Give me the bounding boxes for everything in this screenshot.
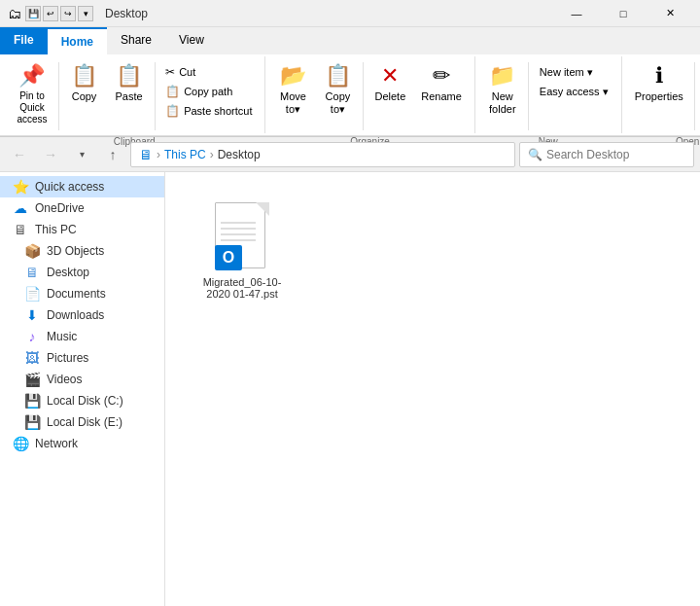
ribbon-group-open: ℹ Properties Open ▾ Edit History Open: [622, 56, 700, 133]
sidebar-label-this-pc: This PC: [35, 223, 77, 236]
paste-shortcut-icon: 📋: [165, 104, 180, 118]
new-small-group: New item ▾ Easy access ▾: [533, 58, 615, 101]
copy-to-label: Copyto▾: [326, 90, 351, 116]
sidebar-label-local-c: Local Disk (C:): [47, 394, 123, 408]
clipboard-items: 📌 Pin to Quickaccess 📋 Copy 📋 Paste: [10, 58, 259, 134]
sidebar-item-pictures[interactable]: 🖼 Pictures: [0, 347, 164, 369]
easy-access-button[interactable]: Easy access ▾: [533, 82, 615, 101]
copy-path-button[interactable]: 📋 Copy path: [158, 82, 259, 101]
breadcrumb-sep1: ›: [157, 148, 160, 161]
sidebar-item-desktop[interactable]: 🖥 Desktop: [0, 262, 164, 283]
documents-icon: 📄: [23, 286, 41, 302]
redo-button[interactable]: ↪: [60, 6, 76, 21]
undo-button[interactable]: ↩: [43, 6, 58, 21]
open-items: ℹ Properties Open ▾ Edit History: [628, 58, 700, 134]
new-folder-label: Newfolder: [489, 90, 516, 116]
tab-share[interactable]: Share: [107, 27, 165, 54]
sep3: [363, 62, 364, 130]
delete-button[interactable]: ✕ Delete: [368, 58, 412, 119]
rename-button[interactable]: ✏ Rename: [414, 58, 469, 119]
paste-button[interactable]: 📋 Paste: [108, 58, 151, 119]
sidebar-item-documents[interactable]: 📄 Documents: [0, 283, 164, 304]
cut-button[interactable]: ✂ Cut: [158, 62, 259, 82]
sidebar-item-music[interactable]: ♪ Music: [0, 326, 164, 347]
ribbon-content: 📌 Pin to Quickaccess 📋 Copy 📋 Paste: [0, 54, 700, 136]
clipboard-small-group: ✂ Cut 📋 Copy path 📋 Paste shortcut: [158, 58, 259, 121]
copy-path-icon: 📋: [165, 85, 180, 98]
sidebar-item-downloads[interactable]: ⬇ Downloads: [0, 304, 164, 326]
rename-icon: ✏: [433, 63, 450, 89]
up-button[interactable]: ↑: [99, 142, 126, 167]
ribbon-tabs: File Home Share View: [0, 27, 700, 54]
breadcrumb-current: Desktop: [218, 148, 261, 161]
file-item-pst[interactable]: O Migrated_06-10-2020 01-47.pst: [189, 196, 296, 306]
sidebar-item-videos[interactable]: 🎬 Videos: [0, 369, 164, 390]
search-input[interactable]: [546, 148, 685, 161]
recent-locations-button[interactable]: ▾: [68, 142, 95, 167]
copy-button[interactable]: 📋 Copy: [63, 58, 106, 119]
this-pc-icon: 🖥: [12, 222, 29, 237]
copy-to-button[interactable]: 📋 Copyto▾: [316, 58, 359, 119]
move-to-label: Moveto▾: [280, 90, 306, 116]
search-box[interactable]: 🔍: [519, 142, 694, 167]
doc-lines: [221, 222, 256, 241]
sidebar-item-quick-access[interactable]: ⭐ Quick access: [0, 176, 164, 197]
sep4: [528, 62, 529, 130]
close-button[interactable]: ✕: [648, 0, 692, 27]
cut-label: Cut: [179, 66, 195, 78]
sidebar-item-network[interactable]: 🌐 Network: [0, 433, 164, 454]
back-button[interactable]: ←: [6, 142, 33, 167]
outlook-badge: O: [215, 245, 242, 270]
paste-shortcut-button[interactable]: 📋 Paste shortcut: [158, 101, 259, 121]
tab-home[interactable]: Home: [48, 27, 107, 54]
save-button[interactable]: 💾: [25, 6, 41, 21]
new-folder-button[interactable]: 📁 Newfolder: [481, 58, 524, 119]
tab-file[interactable]: File: [0, 27, 48, 54]
properties-label: Properties: [635, 90, 683, 103]
sidebar-label-local-e: Local Disk (E:): [47, 415, 122, 429]
copy-icon: 📋: [71, 63, 97, 89]
navigation-bar: ← → ▾ ↑ 🖥 › This PC › Desktop 🔍: [0, 137, 700, 172]
desktop-icon: 🖥: [23, 265, 41, 280]
maximize-button[interactable]: □: [601, 0, 646, 27]
ribbon-group-organize: 📂 Moveto▾ 📋 Copyto▾ ✕ Delete ✏ Rename Or…: [265, 56, 474, 133]
sidebar-label-desktop: Desktop: [47, 266, 89, 279]
pin-to-quick-access-button[interactable]: 📌 Pin to Quickaccess: [10, 58, 54, 119]
local-e-icon: 💾: [23, 414, 41, 430]
ribbon-group-clipboard: 📌 Pin to Quickaccess 📋 Copy 📋 Paste: [4, 56, 265, 133]
sidebar-item-3d-objects[interactable]: 📦 3D Objects: [0, 240, 164, 262]
delete-icon: ✕: [381, 63, 399, 89]
dropdown-button[interactable]: ▾: [78, 6, 93, 21]
sidebar: ⭐ Quick access ☁ OneDrive 🖥 This PC 📦 3D…: [0, 172, 165, 606]
sidebar-item-this-pc[interactable]: 🖥 This PC: [0, 219, 164, 240]
sidebar-item-local-e[interactable]: 💾 Local Disk (E:): [0, 411, 164, 433]
tab-view[interactable]: View: [165, 27, 218, 54]
content-area: O Migrated_06-10-2020 01-47.pst: [165, 172, 700, 606]
title-bar: 🗂 💾 ↩ ↪ ▾ Desktop — □ ✕: [0, 0, 700, 27]
paste-icon: 📋: [116, 63, 142, 89]
sidebar-label-documents: Documents: [47, 287, 106, 301]
properties-button[interactable]: ℹ Properties: [628, 58, 690, 119]
move-icon: 📂: [280, 63, 306, 89]
new-item-button[interactable]: New item ▾: [533, 62, 615, 82]
minimize-button[interactable]: —: [554, 0, 599, 27]
videos-icon: 🎬: [23, 372, 41, 387]
window-title: Desktop: [105, 7, 148, 20]
quick-access-icon: ⭐: [12, 179, 29, 195]
paste-shortcut-label: Paste shortcut: [184, 105, 252, 117]
copy-to-icon: 📋: [325, 63, 351, 89]
music-icon: ♪: [23, 329, 41, 344]
move-to-button[interactable]: 📂 Moveto▾: [271, 58, 314, 119]
delete-label: Delete: [374, 90, 405, 103]
sep5: [694, 62, 695, 130]
sidebar-item-local-c[interactable]: 💾 Local Disk (C:): [0, 390, 164, 411]
forward-button[interactable]: →: [37, 142, 64, 167]
new-item-label: New item ▾: [540, 66, 593, 79]
breadcrumb-home[interactable]: 🖥: [139, 147, 153, 162]
downloads-icon: ⬇: [23, 307, 41, 323]
pin-icon: 📌: [18, 63, 45, 89]
breadcrumb-this-pc[interactable]: This PC: [164, 148, 206, 161]
sidebar-label-pictures: Pictures: [47, 351, 88, 365]
sidebar-label-3d-objects: 3D Objects: [47, 244, 104, 258]
sidebar-item-onedrive[interactable]: ☁ OneDrive: [0, 197, 164, 219]
